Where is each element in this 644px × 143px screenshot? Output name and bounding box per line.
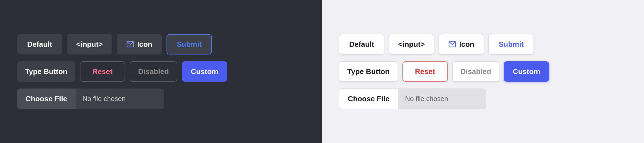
light-icon-button[interactable]: Icon — [439, 34, 484, 54]
light-type-button[interactable]: Type Button — [339, 61, 398, 82]
dark-row-1: Default <input> Icon Submit — [17, 34, 305, 54]
dark-custom-button[interactable]: Custom — [182, 61, 227, 82]
dark-reset-button[interactable]: Reset — [80, 61, 125, 82]
dark-input-button[interactable]: <input> — [67, 34, 112, 54]
light-icon-button-label: Icon — [459, 40, 474, 49]
dark-file-row: Choose File No file chosen — [17, 89, 305, 109]
dark-choose-file-button[interactable]: Choose File — [17, 89, 76, 109]
dark-file-input: Choose File No file chosen — [17, 89, 164, 109]
dark-type-button[interactable]: Type Button — [17, 61, 75, 82]
dark-icon-button[interactable]: Icon — [117, 34, 162, 54]
dark-default-button[interactable]: Default — [17, 34, 62, 54]
dark-submit-button[interactable]: Submit — [167, 34, 212, 54]
light-default-button[interactable]: Default — [339, 34, 384, 54]
light-row-1: Default <input> Icon Submit — [339, 34, 627, 54]
light-reset-button[interactable]: Reset — [402, 61, 448, 82]
dark-icon-button-label: Icon — [137, 40, 152, 49]
mail-icon-light — [448, 40, 456, 48]
light-file-row: Choose File No file chosen — [339, 89, 627, 109]
light-row-2: Type Button Reset Disabled Custom — [339, 61, 627, 82]
light-file-input: Choose File No file chosen — [339, 89, 486, 109]
dark-disabled-button: Disabled — [130, 61, 177, 82]
light-panel: Default <input> Icon Submit Type Button … — [322, 0, 644, 143]
light-disabled-button: Disabled — [452, 61, 499, 82]
light-custom-button[interactable]: Custom — [504, 61, 549, 82]
dark-row-2: Type Button Reset Disabled Custom — [17, 61, 305, 82]
dark-panel: Default <input> Icon Submit Type Button … — [0, 0, 322, 143]
mail-icon — [126, 40, 134, 48]
dark-file-label: No file chosen — [76, 95, 164, 103]
light-submit-button[interactable]: Submit — [489, 34, 534, 54]
light-file-label: No file chosen — [398, 95, 486, 103]
light-choose-file-button[interactable]: Choose File — [339, 89, 398, 109]
light-input-button[interactable]: <input> — [389, 34, 434, 54]
